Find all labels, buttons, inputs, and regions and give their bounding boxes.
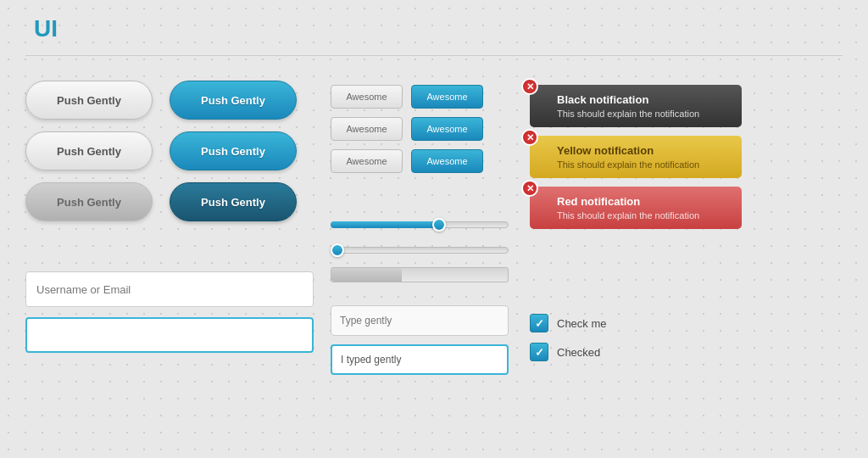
notification-yellow-desc: This should explain the notification [557, 159, 730, 170]
page-title: UI [34, 15, 58, 42]
notification-red-desc: This should explain the notification [557, 210, 730, 221]
checkbox-label-1: Check me [557, 317, 607, 330]
plain-button-2[interactable]: Push Gently [25, 131, 153, 170]
divider [25, 55, 843, 56]
plain-button-1[interactable]: Push Gently [25, 81, 153, 120]
progress-bar [331, 267, 509, 282]
blue-button-1[interactable]: Push Gently [170, 81, 297, 120]
small-plain-btn-1[interactable]: Awesome [331, 85, 403, 109]
type-gently-input[interactable] [331, 305, 509, 336]
checkbox-label-2: Checked [557, 346, 600, 359]
notifications-section: ✕ Black notification This should explain… [530, 85, 742, 237]
blue-button-2[interactable]: Push Gently [170, 131, 297, 170]
notification-yellow: ✕ Yellow notification This should explai… [530, 136, 742, 178]
small-btn-row-2: Awesome Awesome [331, 117, 509, 141]
slider-thumb-1[interactable] [432, 218, 446, 232]
btn-row-2: Push Gently Push Gently [25, 131, 331, 170]
notification-black-title: Black notification [557, 93, 730, 106]
btn-row-3: Push Gently Push Gently [25, 182, 331, 221]
password-input[interactable] [25, 317, 314, 353]
slider-fill-1 [331, 221, 437, 228]
small-buttons-section: Awesome Awesome Awesome Awesome Awesome … [331, 85, 509, 182]
small-plain-btn-2[interactable]: Awesome [331, 117, 403, 141]
notification-close-red[interactable]: ✕ [521, 180, 538, 197]
checkboxes-section: ✓ Check me ✓ Checked [530, 314, 699, 371]
checkbox-row-1: ✓ Check me [530, 314, 699, 332]
username-input[interactable] [25, 271, 314, 307]
small-btn-row-3: Awesome Awesome [331, 149, 509, 173]
buttons-section: Push Gently Push Gently Push Gently Push… [25, 81, 331, 233]
checkbox-row-2: ✓ Checked [530, 343, 699, 361]
notification-black-desc: This should explain the notification [557, 109, 730, 119]
notification-yellow-title: Yellow notification [557, 144, 730, 157]
slider-thumb-2[interactable] [331, 243, 344, 257]
btn-row-1: Push Gently Push Gently [25, 81, 331, 120]
progress-bar-fill [331, 268, 402, 282]
small-blue-btn-1[interactable]: Awesome [411, 85, 483, 109]
slider-track-2 [331, 247, 509, 254]
small-btn-row-1: Awesome Awesome [331, 85, 509, 109]
text-inputs-section [331, 305, 509, 375]
sliders-section [331, 216, 509, 291]
notification-red-title: Red notification [557, 195, 730, 208]
checkbox-2[interactable]: ✓ [530, 343, 548, 361]
small-blue-btn-3[interactable]: Awesome [411, 149, 483, 173]
typed-gently-input[interactable] [331, 344, 509, 375]
notification-close-black[interactable]: ✕ [521, 78, 538, 95]
slider-2[interactable] [331, 242, 509, 259]
checkbox-1[interactable]: ✓ [530, 314, 548, 332]
small-blue-btn-2[interactable]: Awesome [411, 117, 483, 141]
small-plain-btn-3[interactable]: Awesome [331, 149, 403, 173]
plain-button-3[interactable]: Push Gently [25, 182, 153, 221]
slider-1[interactable] [331, 216, 509, 233]
inputs-section [25, 271, 314, 363]
notification-close-yellow[interactable]: ✕ [521, 129, 538, 146]
notification-red: ✕ Red notification This should explain t… [530, 187, 742, 229]
notification-black: ✕ Black notification This should explain… [530, 85, 742, 127]
dark-button-3[interactable]: Push Gently [170, 182, 297, 221]
